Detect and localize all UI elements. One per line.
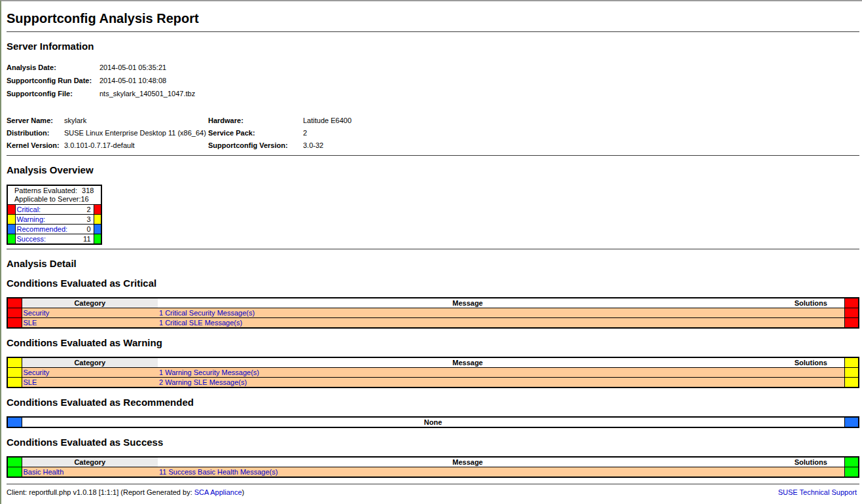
message-header: Message	[158, 298, 778, 308]
footer-client-info: Client: reportfull.php v1.0.18 [1:1:1] (…	[7, 488, 244, 496]
warning-table: Category Message Solutions Security 1 Wa…	[7, 357, 859, 388]
solutions-header: Solutions	[778, 457, 844, 467]
field-value: nts_skylark_140501_1047.tbz	[99, 87, 196, 100]
applicable-value: 16	[81, 195, 89, 203]
table-row: SLE 2 Warning SLE Message(s)	[7, 377, 859, 387]
report-page: Supportconfig Analysis Report Server Inf…	[1, 11, 862, 496]
category-header: Category	[22, 357, 158, 368]
field-value: 3.0-32	[303, 139, 353, 152]
success-section-heading: Conditions Evaluated as Success	[7, 437, 859, 448]
table-row: Server Name: skylark Hardware: Latitude …	[7, 115, 353, 127]
recommended-color-cell	[94, 225, 101, 234]
category-link[interactable]: SLE	[24, 319, 37, 327]
report-info-table: Analysis Date: 2014-05-01 05:35:21 Suppo…	[7, 61, 196, 100]
message-link[interactable]: 1 Critical SLE Message(s)	[159, 319, 242, 327]
solutions-cell	[778, 317, 844, 328]
field-label: Server Name:	[7, 115, 64, 127]
field-value: 2014-05-01 05:35:21	[99, 61, 196, 74]
category-link[interactable]: SLE	[24, 378, 37, 386]
message-link[interactable]: 1 Critical Security Message(s)	[159, 309, 255, 317]
success-color-cell	[7, 467, 22, 477]
critical-section-heading: Conditions Evaluated as Critical	[7, 278, 859, 289]
solutions-header: Solutions	[778, 357, 844, 368]
field-label: Service Pack:	[208, 127, 303, 139]
field-label: Hardware:	[208, 115, 303, 127]
client-text: Client: reportfull.php v1.0.18 [1:1:1] (…	[7, 488, 194, 496]
critical-link[interactable]: Critical:	[17, 206, 41, 213]
critical-count: 2	[75, 205, 94, 215]
message-link[interactable]: 1 Warning Security Message(s)	[159, 369, 259, 376]
critical-color-cell	[7, 308, 22, 317]
success-link[interactable]: Success:	[17, 235, 46, 243]
table-row: Distribution: SUSE Linux Enterprise Desk…	[7, 127, 353, 139]
warning-color-cell	[7, 377, 22, 387]
field-label: Distribution:	[7, 127, 64, 139]
recommended-color-cell	[7, 417, 22, 427]
success-color-cell	[7, 234, 15, 244]
table-row: Supportconfig Run Date: 2014-05-01 10:48…	[7, 74, 196, 87]
category-link[interactable]: Security	[24, 369, 50, 376]
field-label: Analysis Date:	[7, 61, 99, 74]
critical-color-cell	[844, 308, 859, 317]
overview-row-success: Success: 11	[7, 234, 101, 244]
message-link[interactable]: 11 Success Basic Health Message(s)	[159, 468, 278, 476]
category-link[interactable]: Security	[24, 309, 50, 317]
solutions-cell	[778, 367, 844, 377]
applicable-line: Applicable to Server:16	[14, 195, 98, 204]
warning-color-cell	[7, 215, 15, 225]
success-color-cell	[844, 457, 859, 467]
system-info-table: Server Name: skylark Hardware: Latitude …	[7, 115, 353, 152]
warning-section-heading: Conditions Evaluated as Warning	[7, 337, 859, 348]
footer: Client: reportfull.php v1.0.18 [1:1:1] (…	[7, 488, 859, 496]
suse-technical-support-link[interactable]: SUSE Technical Support	[778, 488, 857, 496]
table-row: Kernel Version: 3.0.101-0.7.17-default S…	[7, 139, 353, 152]
patterns-evaluated-label: Patterns Evaluated:	[14, 187, 77, 194]
table-header-row: Category Message Solutions	[7, 298, 859, 308]
warning-count: 3	[75, 215, 94, 225]
table-row: SLE 1 Critical SLE Message(s)	[7, 317, 859, 328]
recommended-table: None	[7, 416, 859, 428]
recommended-link[interactable]: Recommended:	[17, 225, 68, 233]
divider	[7, 155, 859, 156]
field-value: 2014-05-01 10:48:08	[99, 74, 196, 87]
analysis-overview-table: Patterns Evaluated:318 Applicable to Ser…	[7, 185, 102, 245]
patterns-summary-cell: Patterns Evaluated:318 Applicable to Ser…	[7, 185, 101, 205]
category-header: Category	[22, 457, 158, 467]
category-link[interactable]: Basic Health	[24, 468, 64, 476]
patterns-evaluated-line: Patterns Evaluated:318	[14, 187, 98, 195]
table-row: Basic Health 11 Success Basic Health Mes…	[7, 467, 859, 477]
overview-row-critical: Critical: 2	[7, 205, 101, 215]
table-row: None	[7, 417, 859, 427]
analysis-overview-heading: Analysis Overview	[7, 164, 859, 175]
warning-color-cell	[844, 377, 859, 387]
solutions-header: Solutions	[778, 298, 844, 308]
field-value: 2	[303, 127, 353, 139]
solutions-cell	[778, 467, 844, 477]
none-cell: None	[22, 417, 844, 427]
message-header: Message	[158, 357, 778, 368]
message-link[interactable]: 2 Warning SLE Message(s)	[159, 378, 247, 386]
warning-link[interactable]: Warning:	[17, 215, 46, 223]
client-text-suffix: )	[242, 488, 245, 496]
field-value: skylark	[64, 115, 208, 127]
warning-color-cell	[844, 357, 859, 368]
success-color-cell	[7, 457, 22, 467]
page-title: Supportconfig Analysis Report	[7, 11, 859, 26]
warning-color-cell	[94, 215, 101, 225]
critical-color-cell	[7, 205, 15, 215]
recommended-count: 0	[75, 225, 94, 234]
field-value: SUSE Linux Enterprise Desktop 11 (x86_64…	[64, 127, 208, 139]
field-label: Kernel Version:	[7, 139, 64, 152]
overview-row-warning: Warning: 3	[7, 215, 101, 225]
analysis-detail-heading: Analysis Detail	[7, 258, 859, 269]
warning-color-cell	[7, 367, 22, 377]
success-color-cell	[844, 467, 859, 477]
overview-row-recommended: Recommended: 0	[7, 225, 101, 234]
table-row: Supportconfig File: nts_skylark_140501_1…	[7, 87, 196, 100]
recommended-color-cell	[844, 417, 859, 427]
message-header: Message	[158, 457, 778, 467]
recommended-color-cell	[7, 225, 15, 234]
sca-appliance-link[interactable]: SCA Appliance	[194, 488, 242, 496]
warning-color-cell	[7, 357, 22, 368]
table-row: Security 1 Critical Security Message(s)	[7, 308, 859, 317]
